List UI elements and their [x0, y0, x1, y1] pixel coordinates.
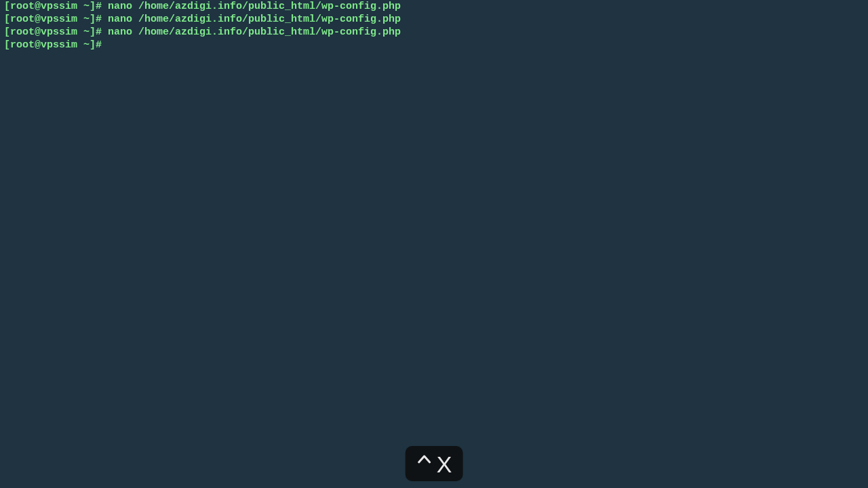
terminal-line: [root@vpssim ~]# nano /home/azdigi.info/… [4, 13, 864, 26]
shell-prompt: [root@vpssim ~]# [4, 14, 108, 25]
terminal-line: [root@vpssim ~]# nano /home/azdigi.info/… [4, 26, 864, 39]
key-x-label: X [437, 453, 452, 476]
shell-command: nano /home/azdigi.info/public_html/wp-co… [108, 1, 401, 12]
shell-command: nano /home/azdigi.info/public_html/wp-co… [108, 26, 401, 38]
shell-prompt: [root@vpssim ~]# [4, 26, 108, 38]
shell-prompt: [root@vpssim ~]# [4, 39, 108, 51]
keyboard-shortcut-overlay: X [406, 446, 463, 481]
shell-command: nano /home/azdigi.info/public_html/wp-co… [108, 14, 401, 25]
terminal-line: [root@vpssim ~]# [4, 39, 864, 52]
terminal-line: [root@vpssim ~]# nano /home/azdigi.info/… [4, 0, 864, 13]
caret-up-icon [416, 451, 433, 473]
shell-prompt: [root@vpssim ~]# [4, 1, 108, 12]
terminal-output[interactable]: [root@vpssim ~]# nano /home/azdigi.info/… [0, 0, 868, 52]
